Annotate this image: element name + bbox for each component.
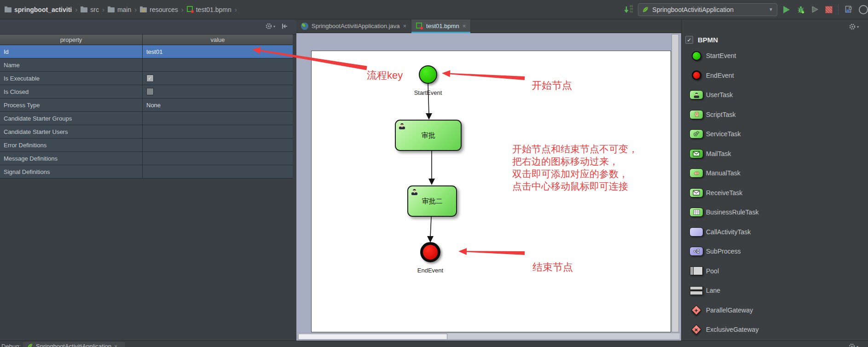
palette-item-start-event[interactable]: StartEvent xyxy=(682,46,868,66)
horizontal-scrollbar[interactable] xyxy=(297,333,680,340)
folder-icon xyxy=(108,6,115,13)
checkbox-unchecked[interactable] xyxy=(146,88,154,95)
palette-item-pool[interactable]: Pool xyxy=(682,261,868,281)
palette-item-script-task[interactable]: ScriptTask xyxy=(682,105,868,125)
gear-icon[interactable]: ▾ xyxy=(848,343,858,347)
folder-icon xyxy=(81,6,88,13)
table-row-message-definitions[interactable]: Message Definitions xyxy=(0,152,293,165)
breadcrumb-resources[interactable]: resources xyxy=(140,6,178,13)
palette-item-exclusive-gateway[interactable]: × ExclusiveGateway xyxy=(682,320,868,340)
debug-toolwindow-label[interactable]: Debug: xyxy=(1,343,21,347)
receive-task-icon xyxy=(689,188,704,197)
property-table-header: property value xyxy=(0,35,293,45)
checkbox-checked[interactable]: ✓ xyxy=(146,75,154,82)
annotation-processing-icon[interactable]: 011001 xyxy=(624,5,633,14)
parallel-gateway-icon: + xyxy=(689,307,704,314)
palette-item-parallel-gateway[interactable]: + ParallelGateway xyxy=(682,301,868,320)
start-event-label: StartEvent xyxy=(405,89,451,96)
profiler-icon[interactable] xyxy=(844,5,853,14)
resources-folder-icon xyxy=(140,6,147,13)
annotation-process-key: 流程key xyxy=(367,69,403,82)
breadcrumb-main[interactable]: main xyxy=(108,6,131,13)
table-row-is-executable[interactable]: Is Executable ✓ xyxy=(0,72,293,85)
palette-item-manual-task[interactable]: ManualTask xyxy=(682,163,868,183)
tab-test01-bpmn[interactable]: test01.bpmn × xyxy=(411,19,471,33)
chevron-down-icon: ▼ xyxy=(769,7,773,12)
gear-icon[interactable]: ▾ xyxy=(265,23,275,30)
spring-leaf-icon xyxy=(642,6,649,13)
end-event-node[interactable] xyxy=(420,242,440,262)
run-configuration-name: SpringbootActivitiApplication xyxy=(652,6,734,13)
pool-icon xyxy=(689,266,704,275)
properties-panel: ▾ property value Id test01 Name Is Execu… xyxy=(0,19,296,347)
vertical-scrollbar[interactable] xyxy=(671,34,679,332)
table-row-candidate-starter-groups[interactable]: Candidate Starter Groups xyxy=(0,112,293,125)
task-label: 审批 xyxy=(396,131,461,140)
user-icon xyxy=(411,188,418,197)
run-button[interactable] xyxy=(782,5,791,14)
editor-tab-bar: SpringbootActivitiApplication.java × tes… xyxy=(296,19,681,33)
palette-item-user-task[interactable]: UserTask xyxy=(682,85,868,105)
lane-icon xyxy=(689,286,704,295)
palette-item-receive-task[interactable]: ReceiveTask xyxy=(682,183,868,203)
table-row-name[interactable]: Name xyxy=(0,58,293,72)
table-row-process-type[interactable]: Process Type None xyxy=(0,98,293,112)
debug-session-tab[interactable]: SpringbootActivitiApplication × xyxy=(23,342,125,347)
gear-icon[interactable]: ▾ xyxy=(849,23,859,30)
table-row-signal-definitions[interactable]: Signal Definitions xyxy=(0,165,293,179)
breadcrumb-project[interactable]: springboot_activiti xyxy=(5,6,72,13)
manual-task-icon xyxy=(689,168,704,178)
bpmn-group-checkbox[interactable]: ✓ xyxy=(685,36,693,44)
table-row-is-closed[interactable]: Is Closed xyxy=(0,85,293,98)
column-header-property[interactable]: property xyxy=(0,35,143,45)
breadcrumb-label: src xyxy=(90,6,99,13)
user-task-node-2[interactable]: 审批二 xyxy=(407,185,457,217)
debug-session-label: SpringbootActivitiApplication xyxy=(36,343,111,347)
close-icon[interactable]: × xyxy=(463,23,466,29)
column-header-value[interactable]: value xyxy=(143,35,293,45)
spring-leaf-icon xyxy=(27,343,33,347)
properties-panel-toolbar: ▾ xyxy=(0,19,296,35)
breadcrumb-label: springboot_activiti xyxy=(14,6,72,13)
palette-item-call-activity-task[interactable]: CallActivityTask xyxy=(682,222,868,242)
start-event-node[interactable] xyxy=(419,65,437,84)
run-with-coverage-button[interactable] xyxy=(810,5,819,14)
palette-item-service-task[interactable]: ServiceTask xyxy=(682,124,868,144)
start-event-icon xyxy=(689,51,704,61)
breadcrumb-file[interactable]: test01.bpmn xyxy=(187,6,231,13)
user-task-node-1[interactable]: 审批 xyxy=(395,120,462,151)
mail-task-icon xyxy=(689,149,704,158)
annotation-end-node: 结束节点 xyxy=(532,260,573,274)
folder-icon xyxy=(5,6,12,13)
run-configuration-select[interactable]: SpringbootActivitiApplication ▼ xyxy=(638,3,777,16)
palette-item-business-rule-task[interactable]: BusinessRuleTask xyxy=(682,202,868,222)
table-row-error-definitions[interactable]: Error Definitions xyxy=(0,139,293,152)
chevron-right-icon: › xyxy=(133,6,138,13)
annotation-start-node: 开始节点 xyxy=(532,79,572,93)
exclusive-gateway-icon: × xyxy=(689,326,704,333)
tab-springboot-application-java[interactable]: SpringbootActivitiApplication.java × xyxy=(296,19,411,33)
hide-panel-icon[interactable] xyxy=(281,23,289,30)
table-row-id[interactable]: Id test01 xyxy=(0,45,293,58)
palette-item-sub-process[interactable]: SubProcess xyxy=(682,242,868,261)
breadcrumb-label: test01.bpmn xyxy=(196,6,231,13)
stop-button[interactable] xyxy=(824,5,833,14)
tab-label: test01.bpmn xyxy=(426,23,459,29)
toolbar-separator xyxy=(838,5,839,15)
close-icon[interactable]: × xyxy=(114,343,118,347)
partially-visible-icon[interactable] xyxy=(859,5,868,14)
table-row-candidate-starter-users[interactable]: Candidate Starter Users xyxy=(0,125,293,139)
palette-item-mail-task[interactable]: MailTask xyxy=(682,144,868,164)
user-task-icon xyxy=(689,90,704,99)
close-icon[interactable]: × xyxy=(403,23,407,29)
breadcrumb-src[interactable]: src xyxy=(81,6,99,13)
debug-button[interactable] xyxy=(796,5,805,14)
chevron-right-icon: › xyxy=(101,6,106,13)
palette-item-lane[interactable]: Lane xyxy=(682,281,868,301)
palette-item-end-event[interactable]: EndEvent xyxy=(682,66,868,86)
scrollbar-thumb[interactable] xyxy=(298,334,447,340)
palette-group-header: ✓ BPMN xyxy=(685,36,718,44)
chevron-right-icon: › xyxy=(74,6,79,13)
run-toolbar: 011001 SpringbootActivitiApplication ▼ xyxy=(624,0,868,19)
status-tool-bar: Debug: SpringbootActivitiApplication × ▾ xyxy=(0,341,868,347)
